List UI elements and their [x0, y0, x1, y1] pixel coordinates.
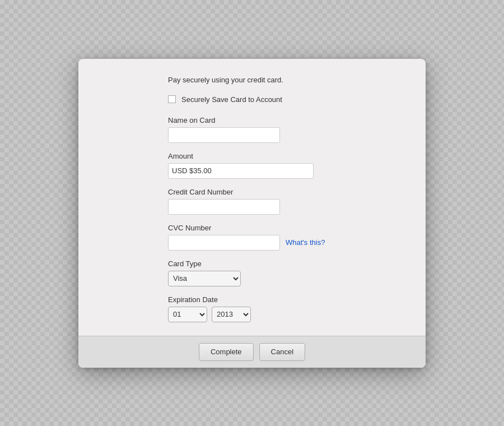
name-on-card-group: Name on Card: [168, 116, 403, 143]
cancel-button[interactable]: Cancel: [259, 343, 305, 361]
cvc-number-label: CVC Number: [168, 224, 403, 232]
dialog-body: Pay securely using your credit card. Sec…: [78, 76, 426, 322]
expiration-date-label: Expiration Date: [168, 295, 403, 304]
expiration-row: 01 02 03 04 05 06 07 08 09 10 11 12 2013…: [168, 307, 403, 322]
expiration-year-select[interactable]: 2013 2014 2015 2016 2017 2018 2019 2020: [212, 307, 251, 322]
save-card-label: Securely Save Card to Account: [181, 95, 282, 104]
save-card-row: Securely Save Card to Account: [168, 95, 403, 104]
intro-text: Pay securely using your credit card.: [168, 76, 403, 84]
amount-input: [168, 163, 314, 179]
name-on-card-input[interactable]: [168, 127, 280, 143]
credit-card-number-group: Credit Card Number: [168, 188, 403, 215]
payment-dialog: Pay securely using your credit card. Sec…: [78, 59, 426, 368]
whats-this-link[interactable]: What's this?: [286, 238, 325, 247]
amount-label: Amount: [168, 152, 403, 160]
credit-card-number-label: Credit Card Number: [168, 188, 403, 196]
cvc-number-group: CVC Number What's this?: [168, 224, 403, 251]
cvc-row: What's this?: [168, 235, 403, 251]
expiration-month-select[interactable]: 01 02 03 04 05 06 07 08 09 10 11 12: [168, 307, 207, 322]
credit-card-number-input[interactable]: [168, 199, 280, 215]
name-on-card-label: Name on Card: [168, 116, 403, 124]
save-card-checkbox[interactable]: [168, 95, 176, 103]
card-type-group: Card Type Visa Mastercard American Expre…: [168, 260, 403, 286]
cvc-number-input[interactable]: [168, 235, 280, 251]
complete-button[interactable]: Complete: [199, 343, 254, 361]
card-type-select[interactable]: Visa Mastercard American Express Discove…: [168, 271, 241, 286]
expiration-date-group: Expiration Date 01 02 03 04 05 06 07 08 …: [168, 295, 403, 322]
amount-group: Amount: [168, 152, 403, 179]
dialog-footer: Complete Cancel: [78, 336, 426, 368]
card-type-label: Card Type: [168, 260, 403, 268]
